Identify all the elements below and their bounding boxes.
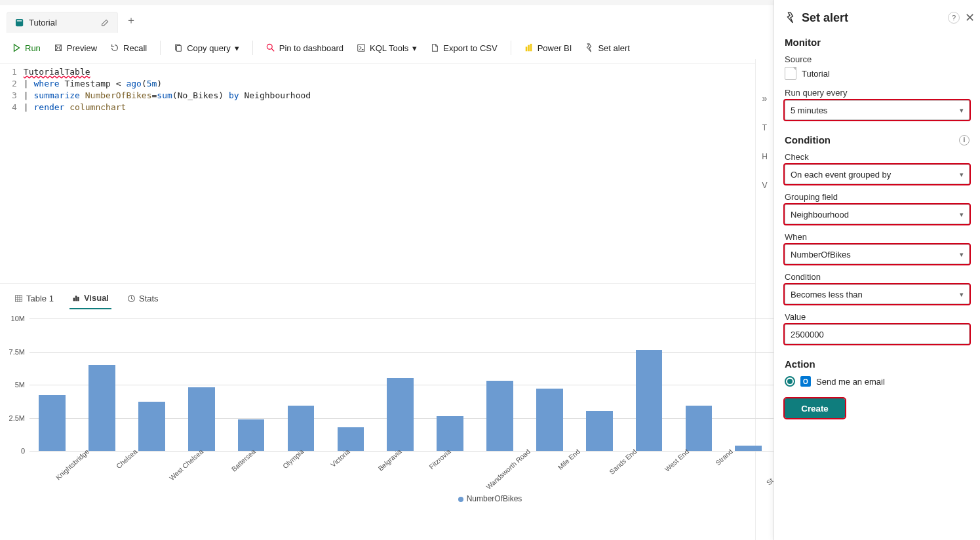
legend-dot-icon — [458, 497, 463, 502]
run-every-select[interactable]: 5 minutes▾ — [785, 100, 970, 120]
check-select[interactable]: On each event grouped by▾ — [785, 164, 970, 184]
alert-label: Set alert — [598, 43, 629, 53]
bar[interactable] — [387, 378, 414, 451]
pbi-label: Power BI — [538, 43, 572, 53]
query-tab-tutorial[interactable]: Tutorial — [7, 12, 118, 33]
kql-tools-button[interactable]: KQL Tools ▾ — [357, 43, 417, 53]
y-label: 7.5M — [9, 348, 25, 356]
bar[interactable] — [735, 446, 762, 451]
run-label: Run — [25, 43, 41, 53]
tab-label: Tutorial — [29, 18, 57, 28]
recall-button[interactable]: Recall — [110, 43, 147, 53]
kql-label: KQL Tools — [370, 43, 408, 53]
separator — [511, 41, 511, 55]
hint-h: H — [762, 152, 768, 161]
outlook-icon: O — [800, 376, 811, 387]
bar[interactable] — [238, 419, 265, 451]
svg-rect-1 — [17, 20, 22, 22]
email-label: Send me an email — [816, 377, 885, 387]
cond-label: Condition — [785, 272, 970, 282]
tab-stats-label: Stats — [139, 294, 159, 303]
bar[interactable] — [536, 389, 563, 451]
y-label: 5M — [15, 381, 25, 389]
panel-title: Set alert — [802, 11, 848, 25]
value-input[interactable]: 2500000 — [785, 324, 970, 344]
svg-rect-3 — [177, 46, 182, 52]
chevron-down-icon: ▾ — [960, 250, 964, 259]
tab-visual[interactable]: Visual — [69, 288, 111, 309]
x-label: Belgravia — [376, 448, 421, 493]
bar[interactable] — [486, 381, 513, 451]
create-button[interactable]: Create — [785, 398, 845, 418]
help-icon[interactable]: ? — [948, 12, 960, 24]
bar[interactable] — [686, 406, 713, 451]
svg-rect-10 — [73, 298, 75, 301]
copy-query-button[interactable]: Copy query ▾ — [174, 43, 239, 53]
close-icon[interactable]: ✕ — [965, 10, 975, 25]
tab-stats[interactable]: Stats — [125, 288, 161, 309]
power-bi-button[interactable]: Power BI — [524, 43, 572, 53]
x-label: Chelsea — [115, 448, 157, 492]
copy-label: Copy query — [187, 43, 230, 53]
preview-button[interactable]: Preview — [54, 43, 97, 53]
radio-icon — [785, 376, 795, 387]
svg-rect-12 — [77, 297, 79, 301]
code-l1: TutorialTable — [24, 67, 90, 77]
run-button[interactable]: Run — [12, 43, 41, 53]
cond-select[interactable]: Becomes less than▾ — [785, 284, 970, 304]
when-label: When — [785, 232, 970, 242]
preview-label: Preview — [67, 43, 97, 53]
bar[interactable] — [188, 387, 215, 451]
group-select[interactable]: Neighbourhood▾ — [785, 204, 970, 224]
chevron-down-icon: ▾ — [960, 210, 964, 219]
source-value: Tutorial — [785, 67, 970, 80]
recall-label: Recall — [123, 43, 147, 53]
tab-visual-label: Visual — [84, 293, 109, 303]
bar[interactable] — [88, 365, 115, 451]
alert-icon — [785, 12, 796, 24]
kql-tab-icon — [15, 18, 25, 28]
x-label: Victoria — [329, 448, 370, 490]
svg-rect-7 — [528, 45, 530, 52]
x-label: Battersea — [230, 448, 276, 494]
run-every-label: Run query every — [785, 88, 970, 98]
legend-text: NumberOfBikes — [467, 494, 522, 503]
export-csv-button[interactable]: Export to CSV — [430, 43, 497, 53]
svg-rect-6 — [525, 47, 527, 51]
set-alert-button[interactable]: Set alert — [585, 43, 629, 53]
svg-rect-9 — [16, 296, 22, 302]
hint-v: V — [762, 181, 767, 190]
bar[interactable] — [338, 427, 364, 451]
separator — [252, 41, 253, 55]
hint-t: T — [762, 123, 767, 132]
x-label: Fitzrovia — [427, 448, 471, 492]
value-label: Value — [785, 312, 970, 322]
source-label: Source — [785, 54, 970, 64]
pin-button[interactable]: Pin to dashboard — [266, 43, 343, 53]
bar[interactable] — [288, 406, 315, 451]
chevron-down-icon: ▾ — [960, 106, 964, 115]
bar[interactable] — [437, 416, 463, 451]
tab-table[interactable]: Table 1 — [12, 288, 56, 309]
group-label: Grouping field — [785, 192, 970, 202]
bar[interactable] — [39, 395, 66, 451]
x-label: Mile End — [556, 448, 600, 492]
set-alert-panel: Set alert ? ✕ Monitor Source Tutorial Ru… — [774, 0, 980, 540]
bar[interactable] — [138, 402, 165, 451]
info-icon[interactable]: i — [959, 135, 970, 145]
email-radio[interactable]: O Send me an email — [785, 376, 970, 387]
svg-rect-0 — [16, 19, 23, 26]
bar[interactable] — [586, 411, 613, 451]
code-area[interactable]: TutorialTable | where Timestamp < ago(5m… — [24, 64, 311, 109]
add-tab-button[interactable]: ＋ — [118, 9, 144, 33]
tab-table-label: Table 1 — [26, 294, 54, 303]
monitor-heading: Monitor — [785, 37, 970, 48]
bar[interactable] — [636, 350, 663, 451]
rename-tab-icon[interactable] — [101, 18, 109, 27]
separator — [160, 41, 161, 55]
chevron-down-icon: ▾ — [960, 290, 964, 299]
when-select[interactable]: NumberOfBikes▾ — [785, 244, 970, 264]
chevron-down-icon: ▾ — [960, 170, 964, 179]
queryset-icon — [785, 67, 796, 80]
line-gutter: 1234 — [0, 64, 24, 109]
